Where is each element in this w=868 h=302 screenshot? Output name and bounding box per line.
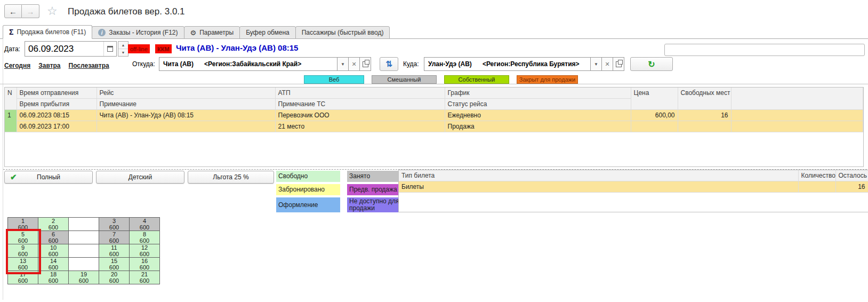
seat-15[interactable]: 15600 [99,258,130,271]
favorite-star-icon[interactable]: ☆ [47,4,58,18]
fare-button-3[interactable]: Льгота 25 % [188,171,274,184]
date-step-down-button[interactable]: ▼ [118,49,128,56]
fare-button-2[interactable]: Детский [96,171,184,184]
swap-directions-button[interactable]: ⇅ [380,57,398,71]
seat-14[interactable]: 14600 [38,258,69,271]
seat-20[interactable]: 20600 [99,271,130,284]
seat-9[interactable]: 9600 [8,244,38,258]
seat-19[interactable]: 19600 [69,271,99,284]
tab-2[interactable]: iЗаказы - История (F12) [92,26,184,39]
seat-number: 21 [130,271,159,277]
quick-link-1[interactable]: Сегодня [4,62,30,69]
seat-number: 6 [38,231,68,237]
fare-button-1[interactable]: ✔Полный [4,171,93,184]
date-value[interactable]: 06.09.2023 [25,42,103,56]
seat-4[interactable]: 4600 [130,218,160,231]
seat-number: 17 [8,271,38,277]
trip-empty-cell [731,110,863,121]
calendar-button[interactable] [103,42,116,56]
forward-button[interactable]: → [22,4,39,18]
seat-21[interactable]: 21600 [130,271,160,284]
to-input[interactable]: Улан-Удэ (АВ) <Регион:Республика Бурятия… [424,57,591,71]
date-step-up-button[interactable]: ▲ [118,42,128,49]
seat-map: 1600260036004600560066007600860096001060… [7,217,160,284]
tab-label: Буфер обмена [246,29,290,36]
fare-button-label: Полный [37,173,60,181]
back-button[interactable]: ← [4,4,22,18]
tab-5[interactable]: Пассажиры (быстрый ввод) [295,26,390,39]
to-clear-button[interactable]: ✕ [602,57,613,71]
seat-number: 13 [8,258,38,264]
seat-12[interactable]: 12600 [130,244,160,258]
sale-type-1[interactable]: Веб [304,75,364,84]
seat-10[interactable]: 10600 [38,244,69,258]
seat-number: 10 [38,244,68,251]
from-dropdown-button[interactable]: ▼ [337,57,349,71]
refresh-button[interactable]: ↻ [630,57,673,71]
date-input[interactable]: 06.09.2023 [25,41,117,57]
from-open-button[interactable] [360,57,371,71]
seat-6[interactable]: 6600 [38,231,69,244]
from-clear-button[interactable]: ✕ [349,57,360,71]
seat-price: 600 [38,277,68,284]
sale-type-2[interactable]: Смешанный [372,75,437,84]
seat-5[interactable]: 5600 [8,231,38,244]
ticket-column-quantity: Количество [798,170,835,181]
column-header-price: Цена [631,88,678,110]
trip-arrival-time: 06.09.2023 17:00 [17,121,97,132]
seat-7[interactable]: 7600 [99,231,130,244]
from-input[interactable]: Чита (АВ) <Регион:Забайкальский Край> [159,57,337,71]
seat-row: 13600146001560016600 [8,258,160,271]
tab-4[interactable]: Буфер обмена [239,26,296,39]
seat-1[interactable]: 1600 [8,218,38,231]
ticket-type-row[interactable]: Билеты 16 [399,181,868,193]
seat-legend-free: Свободно [276,171,340,182]
quick-link-3[interactable]: Послезавтра [69,62,109,69]
title-bar: ← → ☆ Продажа билетов вер. 3.0.1 [0,0,868,26]
column-header-vehicle-note: Примечание ТС [275,99,445,110]
kkm-badge: ККМ [155,44,172,53]
seat-price: 600 [99,277,129,284]
quick-date-links: СегодняЗавтраПослезавтра [4,62,109,69]
to-dropdown-button[interactable]: ▼ [591,57,602,71]
seat-price: 600 [8,251,38,257]
seat-price: 600 [8,264,38,271]
quick-link-2[interactable]: Завтра [38,62,60,69]
sale-type-3[interactable]: Собственный [444,75,509,84]
seat-number: 12 [130,244,159,251]
seat-number: 7 [99,231,129,237]
seat-price: 600 [130,224,159,231]
seat-11[interactable]: 11600 [99,244,130,258]
seat-number: 20 [99,271,129,277]
seat-17[interactable]: 17600 [8,271,38,284]
tab-3[interactable]: ⚙Параметры [184,26,240,39]
open-form-icon [616,61,622,67]
trips-table-pane: N Время отправления Рейс АТП График Цена… [4,87,864,167]
trip-row[interactable]: 1 06.09.2023 08:15 Чита (АВ) - Улан-Удэ … [5,110,863,121]
column-header-n: N [5,88,17,110]
ticket-types-pane: Тип билета Количество Осталось Билеты 16 [398,170,868,212]
info-icon: i [98,29,106,36]
ticket-column-left: Осталось [835,170,868,181]
seat-18[interactable]: 18600 [38,271,69,284]
trip-row-subrow[interactable]: 06.09.2023 17:00 21 место Продажа [5,121,863,132]
seat-2[interactable]: 2600 [38,218,69,231]
seat-price: 600 [38,237,68,244]
to-open-button[interactable] [613,57,624,71]
seat-13[interactable]: 13600 [8,258,38,271]
seat-price: 600 [8,237,38,244]
empty-field [664,44,865,56]
seat-price: 600 [99,264,129,271]
fare-button-label: Льгота 25 % [213,173,248,181]
seat-16[interactable]: 16600 [130,258,160,271]
chevron-down-icon: ▼ [341,62,345,67]
seat-3[interactable]: 3600 [99,218,130,231]
from-value: Чита (АВ) [163,60,194,68]
seat-8[interactable]: 8600 [130,231,160,244]
clear-icon: ✕ [351,61,356,68]
tab-1[interactable]: ΣПродажа билетов (F11) [3,25,92,39]
seat-status-legend: СвободноЗанятоЗабронированоПредв. продаж… [276,171,404,212]
sale-type-4[interactable]: Закрыт для продажи [517,75,578,84]
trip-price: 600,00 [631,110,678,121]
page-title: Продажа билетов вер. 3.0.1 [68,6,185,17]
